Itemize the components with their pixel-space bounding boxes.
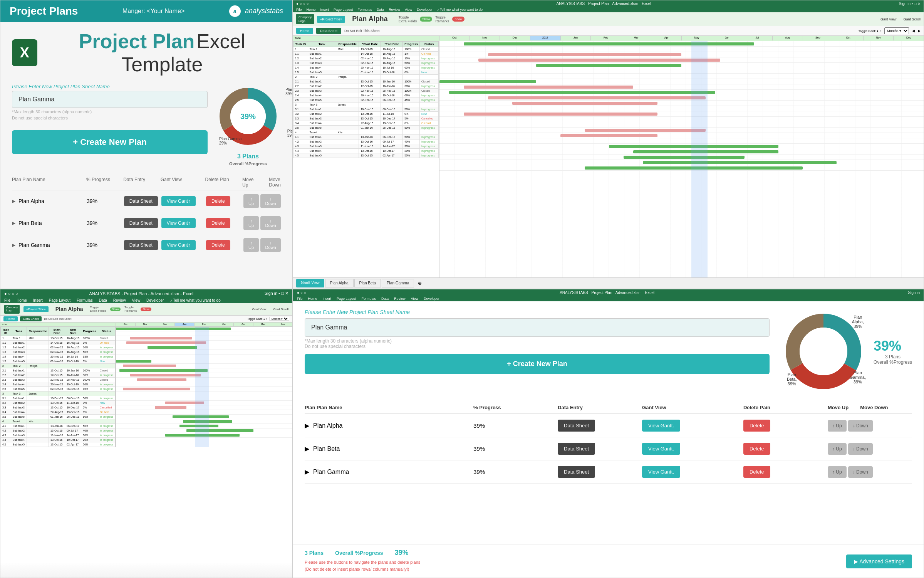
nav-left[interactable]: ◀ <box>912 29 915 33</box>
br-delete-gamma[interactable]: Delete <box>743 466 770 478</box>
bl-menu-tell[interactable]: ♪ Tell me what you want to do <box>170 298 221 302</box>
tab-plan-gamma[interactable]: Plan Gamma <box>382 279 414 287</box>
down-btn-beta[interactable]: ↓ Down <box>260 216 281 230</box>
br-create-plan-button[interactable]: + Create New Plan <box>305 354 770 374</box>
bl-toggle-show2[interactable]: Show <box>141 307 151 311</box>
tr-ribbon: CompanyLogo «Project Title» Plan Alpha T… <box>293 12 924 26</box>
bl-menu-formulas[interactable]: Formulas <box>77 298 93 302</box>
menu-view[interactable]: View <box>405 8 412 12</box>
plan-name-input[interactable] <box>12 91 208 108</box>
br-menu-review[interactable]: Review <box>394 297 406 301</box>
br-menu-formulas[interactable]: Formulas <box>362 297 376 301</box>
menu-developer[interactable]: Developer <box>417 8 433 12</box>
tab-plan-beta[interactable]: Plan Beta <box>354 279 381 287</box>
data-sheet-btn-alpha[interactable]: Data Sheet <box>124 196 158 206</box>
br-down-beta[interactable]: ↓ Down <box>848 443 873 455</box>
tab-gantt-view[interactable]: Gantt View <box>296 279 324 287</box>
months-select[interactable]: Months ▾ <box>884 27 909 34</box>
br-plan-name-input[interactable] <box>305 318 770 337</box>
br-up-alpha[interactable]: ↑ Up <box>828 420 847 432</box>
nav-right[interactable]: ▶ <box>918 29 921 33</box>
bl-menu-developer[interactable]: Developer <box>146 298 164 302</box>
br-data-sheet-beta[interactable]: Data Sheet <box>558 443 595 455</box>
bl-home-btn[interactable]: Home <box>3 316 18 321</box>
home-tab-btn[interactable]: Home <box>296 28 313 34</box>
plan-name-alpha: Plan Alpha <box>18 198 44 204</box>
bl-menu-file[interactable]: File <box>4 298 10 302</box>
plans-count: 3 Plans Overall %Progress <box>229 153 267 167</box>
br-down-alpha[interactable]: ↓ Down <box>848 420 873 432</box>
br-menu-file[interactable]: File <box>297 297 303 301</box>
br-row-arrow2: ▶ <box>305 445 309 452</box>
view-gant-btn-alpha[interactable]: View Gant↑ <box>161 196 196 206</box>
gantt-row <box>439 63 924 68</box>
main-title-area: X Project Plan Excel Template <box>12 30 281 76</box>
up-btn-gamma[interactable]: ↑ Up <box>243 238 259 252</box>
data-sheet-btn-gamma[interactable]: Data Sheet <box>124 240 158 250</box>
br-titlebar: ● ○ ○ ANALYSISTABS - Project Plan - Adva… <box>293 289 924 296</box>
gantt-row <box>439 133 924 138</box>
menu-insert[interactable]: Insert <box>320 8 329 12</box>
bl-gantt-area <box>116 327 292 447</box>
bl-menu-pagelayout[interactable]: Page Layout <box>49 298 70 302</box>
br-up-gamma[interactable]: ↑ Up <box>828 466 847 478</box>
br-data-sheet-gamma[interactable]: Data Sheet <box>558 466 595 478</box>
br-menu-view[interactable]: View <box>411 297 418 301</box>
br-footer-bottom: 3 Plans Overall %Progress 39% Please use… <box>305 549 912 574</box>
bl-menu-review[interactable]: Review <box>113 298 126 302</box>
create-plan-button[interactable]: + Create New Plan <box>12 130 208 154</box>
bl-menu-view[interactable]: View <box>132 298 141 302</box>
tr-bottom-tabs: Gantt View Plan Alpha Plan Beta Plan Gam… <box>293 277 924 289</box>
toggle-show-red[interactable]: Show <box>452 17 465 22</box>
br-data-sheet-alpha[interactable]: Data Sheet <box>558 420 595 432</box>
gantt-row <box>439 84 924 90</box>
bl-data-sheet-btn[interactable]: Data Sheet <box>20 316 42 321</box>
data-sheet-tab-btn[interactable]: Data Sheet <box>316 28 341 34</box>
br-menu-insert[interactable]: Insert <box>323 297 332 301</box>
br-view-gant-gamma[interactable]: View Gantt. <box>642 466 680 478</box>
br-footer-overall: Overall %Progress <box>335 550 383 556</box>
bl-toggle-show1[interactable]: Show <box>110 307 121 311</box>
bl-menu-insert[interactable]: Insert <box>33 298 43 302</box>
br-down-gamma[interactable]: ↓ Down <box>848 466 873 478</box>
down-btn-alpha[interactable]: ↓ Down <box>260 194 281 208</box>
br-footer-left: 3 Plans Overall %Progress 39% Please use… <box>305 549 420 574</box>
br-plans-table: Plan Plan Name % Progress Data Entry Gan… <box>305 402 912 484</box>
bl-months-select[interactable]: Months ▾ <box>270 317 289 321</box>
br-view-gant-alpha[interactable]: View Gantt. <box>642 420 680 432</box>
menu-home[interactable]: Home <box>307 8 316 12</box>
menu-file[interactable]: File <box>296 8 302 12</box>
bl-menu-home[interactable]: Home <box>17 298 27 302</box>
br-delete-beta[interactable]: Delete <box>743 443 770 455</box>
br-menu-home[interactable]: Home <box>308 297 317 301</box>
view-gant-btn-gamma[interactable]: View Gant↑ <box>161 240 196 250</box>
up-btn-beta[interactable]: ↑ Up <box>243 216 259 230</box>
menu-tell[interactable]: ♪ Tell me what you want to do <box>437 8 483 12</box>
br-up-beta[interactable]: ↑ Up <box>828 443 847 455</box>
ribbon-project-title: «Project Title» <box>317 16 345 23</box>
br-delete-alpha[interactable]: Delete <box>743 420 770 432</box>
br-advanced-settings-btn[interactable]: ▶ Advanced Settings <box>846 554 912 568</box>
menu-pagelayout[interactable]: Page Layout <box>334 8 353 12</box>
delete-btn-beta[interactable]: Delete <box>206 218 230 228</box>
toggle-show-green[interactable]: Show <box>420 17 432 22</box>
down-btn-gamma[interactable]: ↓ Down <box>260 238 281 252</box>
task-table-body: 1Task 1Mike13-Oct-1516-Aug-16100%Closed1… <box>293 47 439 158</box>
data-sheet-btn-beta[interactable]: Data Sheet <box>124 218 158 228</box>
menu-data[interactable]: Data <box>377 8 384 12</box>
view-gant-btn-beta[interactable]: View Gant↑ <box>161 218 196 228</box>
br-view-gant-beta[interactable]: View Gantt. <box>642 443 680 455</box>
tab-plan-alpha[interactable]: Plan Alpha <box>325 279 354 287</box>
bl-menu-data[interactable]: Data <box>99 298 107 302</box>
br-row-arrow: ▶ <box>305 422 309 429</box>
delete-btn-alpha[interactable]: Delete <box>206 196 230 206</box>
up-btn-alpha[interactable]: ↑ Up <box>243 194 259 208</box>
menu-formulas[interactable]: Formulas <box>358 8 372 12</box>
br-menu-pagelayout[interactable]: Page Layout <box>337 297 356 301</box>
add-sheet-btn[interactable]: ⊕ <box>415 279 425 287</box>
delete-btn-gamma[interactable]: Delete <box>206 240 230 250</box>
br-menu-developer[interactable]: Developer <box>424 297 439 301</box>
tl-manager: Manger: <Your Name> <box>122 8 184 15</box>
menu-review[interactable]: Review <box>389 8 400 12</box>
br-menu-data[interactable]: Data <box>381 297 389 301</box>
